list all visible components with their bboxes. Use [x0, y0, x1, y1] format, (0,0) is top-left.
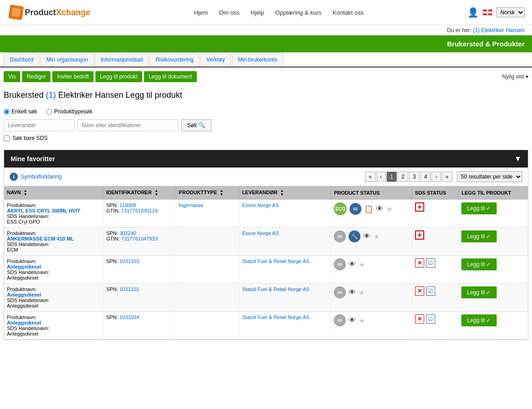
tab-informasjonsblad[interactable]: Informasjonsblad [95, 52, 149, 67]
radio-enkelt[interactable] [4, 109, 10, 115]
eye-icon[interactable]: 👁 [363, 232, 371, 241]
site-header: ProductXchange Hjem Om oss Hjelp Opplæri… [0, 0, 532, 25]
page-last[interactable]: » [442, 172, 452, 182]
search-icon: 🔍 [199, 122, 205, 129]
products-table: NAVN ▲▼ IDENTIFIKATORER ▲▼ PRODUKTTYPE ▲… [4, 186, 528, 340]
sds-checkbox-label: Søk bare SDS [12, 135, 48, 141]
navn-input[interactable] [78, 119, 178, 131]
legg-dokument-button[interactable]: Legg til dokument [144, 71, 197, 82]
legg-produkt-button[interactable]: Legg til produkt [95, 71, 142, 82]
page-3[interactable]: 3 [409, 172, 420, 182]
nylig-vist[interactable]: Nylig vist ▾ [502, 73, 528, 80]
favorites-header[interactable]: Mine favoritter ▼ [4, 150, 528, 168]
spn-link[interactable]: 302240 [119, 230, 136, 236]
eye-icon[interactable]: 👁 [376, 205, 383, 213]
logo-text: ProductXchange [25, 8, 90, 17]
radio-enkelt-label[interactable]: Enkelt søk [4, 108, 37, 115]
tab-min-organisasjon[interactable]: Min organisasjon [40, 52, 94, 67]
sds-name: Anleggsdiesel [7, 275, 39, 280]
sds-label: SDS Handelsnavn: [7, 297, 50, 303]
search-button[interactable]: Søk 🔍 [181, 119, 211, 131]
spn-link[interactable]: 118309 [119, 202, 136, 208]
legg-til-button[interactable]: Legg til [461, 230, 496, 242]
gtin-link[interactable]: 7317761030119 [121, 208, 158, 213]
spn-label: SPN: [106, 258, 118, 264]
legg-til-button[interactable]: Legg til [461, 258, 496, 270]
page-1[interactable]: 1 [387, 172, 397, 182]
cell-type-2 [176, 256, 239, 284]
nav-hjem[interactable]: Hjem [194, 9, 208, 16]
tab-dashbord[interactable]: Dashbord [4, 52, 39, 67]
star-icon[interactable]: ★ [359, 316, 365, 325]
doc-icon[interactable]: 📋 [364, 205, 373, 213]
eye-icon[interactable]: 👁 [349, 260, 356, 269]
radio-produkttype[interactable] [46, 109, 52, 115]
eye-icon[interactable]: 👁 [349, 316, 356, 325]
spn-link[interactable]: 1031034 [119, 314, 139, 320]
spn-link[interactable]: 1031103 [119, 258, 139, 264]
legend-label[interactable]: Symbolforklaring [21, 174, 61, 180]
spn-link[interactable]: 1031102 [119, 286, 139, 292]
cell-legg-2: Legg til [459, 256, 528, 284]
legg-til-button[interactable]: Legg til [461, 202, 496, 214]
nav-opplaering[interactable]: Opplæring & kurs [275, 9, 321, 16]
spn-label: SPN: [106, 202, 118, 208]
page-first[interactable]: « [365, 172, 376, 182]
gtin-label: GTIN: [106, 208, 120, 213]
sds-checkbox[interactable] [4, 135, 10, 141]
tab-min-brukerkonto[interactable]: Min brukerkonto [232, 52, 283, 67]
eye-icon[interactable]: 👁 [349, 288, 356, 297]
cell-navn-3: Produktnavn: Anleggsdiesel SDS Handelsna… [4, 284, 103, 312]
info-icon: i [10, 173, 18, 181]
nav-kontakt[interactable]: Kontakt oss [332, 9, 364, 16]
supplier-link[interactable]: Statoil Fuel & Retail Norge AS [242, 314, 310, 320]
sort-type-icon: ▲▼ [220, 189, 223, 196]
col-navn[interactable]: NAVN ▲▼ [4, 186, 103, 200]
tab-risikovurdering[interactable]: Risikovurdering [150, 52, 200, 67]
page-4[interactable]: 4 [421, 172, 431, 182]
gtin-link[interactable]: 7317761047933 [121, 236, 158, 241]
cell-id-4: SPN: 1031034 [103, 312, 176, 340]
star-icon[interactable]: ★ [386, 205, 393, 213]
supplier-link[interactable]: Essve Norge AS [242, 230, 279, 236]
legg-til-button[interactable]: Legg til [461, 286, 496, 298]
star-icon[interactable]: ★ [359, 288, 365, 297]
col-identifikatorer[interactable]: IDENTIFIKATORER ▲▼ [103, 186, 176, 200]
language-select[interactable]: Norsk [496, 7, 525, 17]
supplier-link[interactable]: Statoil Fuel & Retail Norge AS [242, 286, 310, 292]
supplier-link[interactable]: Essve Norge AS [242, 202, 279, 208]
sds-label: SDS Handelsnavn: [7, 325, 50, 331]
product-name: Anleggsdiesel [7, 292, 41, 297]
nav-omoss[interactable]: Om oss [219, 9, 239, 16]
page-next[interactable]: › [432, 172, 441, 182]
breadcrumb-link[interactable]: (1) Elektriker Hansen [473, 27, 525, 34]
radio-produkttype-label[interactable]: Produkttypesøk [46, 108, 92, 115]
vis-button[interactable]: Vis [4, 71, 20, 82]
page-prev[interactable]: ‹ [377, 172, 386, 182]
cell-status-1: 00🔧👁★ [331, 228, 412, 256]
legend-row: i Symbolforklaring « ‹ 1 2 3 4 › » 50 re… [4, 168, 528, 186]
star-icon[interactable]: ★ [359, 260, 365, 269]
col-leverandor[interactable]: LEVERANDØR ▲▼ [239, 186, 331, 200]
nav-hjelp[interactable]: Hjelp [250, 9, 264, 16]
legg-til-button[interactable]: Legg til [461, 314, 496, 326]
product-label: Produktnavn: [7, 314, 37, 320]
svg-rect-1 [11, 8, 21, 17]
rediger-button[interactable]: Rediger [22, 71, 50, 82]
col-produkttype[interactable]: PRODUKTTYPE ▲▼ [176, 186, 239, 200]
per-page-select[interactable]: 50 resultater per side [457, 171, 522, 182]
favorites-section: Mine favoritter ▼ i Symbolforklaring « ‹… [4, 150, 528, 340]
status-num-gray: 00 [334, 286, 346, 298]
star-icon[interactable]: ★ [373, 232, 380, 241]
green-bar-title: Brukersted & Produkter [447, 40, 525, 48]
logo-product: Product [25, 8, 56, 17]
tab-verktoy[interactable]: Verktøy [200, 52, 231, 67]
legend-left: i Symbolforklaring [10, 173, 61, 181]
spn-label: SPN: [106, 230, 118, 236]
table-body: Produktnavn: AKRYL ESS CRYL 300ML HVIT S… [4, 200, 528, 340]
inviter-button[interactable]: Inviter bedrift [52, 71, 93, 82]
supplier-link[interactable]: Statoil Fuel & Retail Norge AS [242, 258, 310, 264]
wrench-icon: 🔧 [349, 230, 360, 242]
leverandor-input[interactable] [4, 119, 75, 131]
page-2[interactable]: 2 [398, 172, 408, 182]
